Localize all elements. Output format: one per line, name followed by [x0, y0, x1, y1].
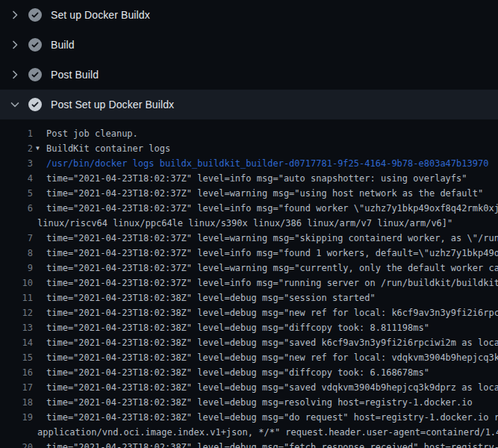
log-text: time="2021-04-23T18:02:38Z" level=debug …	[46, 352, 498, 363]
line-number[interactable]: 5	[0, 188, 33, 199]
log-row: 17time="2021-04-23T18:02:38Z" level=debu…	[0, 380, 498, 395]
log-text: time="2021-04-23T18:02:38Z" level=debug …	[46, 382, 498, 393]
log-row: 5time="2021-04-23T18:02:37Z" level=warni…	[0, 186, 498, 201]
log-row: 14time="2021-04-23T18:02:38Z" level=debu…	[0, 335, 498, 350]
check-circle-icon	[28, 98, 42, 111]
chevron-down-icon	[9, 99, 21, 111]
log-row: 3/usr/bin/docker logs buildx_buildkit_bu…	[0, 156, 498, 171]
log-row: 18time="2021-04-23T18:02:38Z" level=debu…	[0, 395, 498, 410]
log-text: application/vnd.oci.image.index.v1+json,…	[37, 427, 498, 438]
command-text: /usr/bin/docker logs buildx_buildkit_bui…	[46, 158, 488, 169]
line-number[interactable]: 8	[0, 248, 33, 258]
log-text: time="2021-04-23T18:02:37Z" level=info m…	[46, 278, 498, 288]
log-row: 11time="2021-04-23T18:02:38Z" level=debu…	[0, 290, 498, 305]
line-number[interactable]: 18	[0, 397, 33, 408]
line-number[interactable]: 15	[0, 352, 33, 363]
log-text: time="2021-04-23T18:02:38Z" level=debug …	[46, 442, 498, 448]
log-text: time="2021-04-23T18:02:37Z" level=info m…	[46, 173, 467, 184]
log-row: 15time="2021-04-23T18:02:38Z" level=debu…	[0, 350, 498, 365]
log-text: time="2021-04-23T18:02:37Z" level=warnin…	[46, 263, 498, 273]
log-text: time="2021-04-23T18:02:38Z" level=debug …	[46, 308, 498, 318]
log-row: 8time="2021-04-23T18:02:37Z" level=info …	[0, 246, 498, 261]
actions-log-viewer: Set up Docker BuildxBuildPost BuildPost …	[0, 0, 498, 448]
line-number[interactable]: 20	[0, 442, 33, 448]
check-circle-icon	[28, 68, 42, 81]
line-number[interactable]: 10	[0, 278, 33, 288]
log-row: 6time="2021-04-23T18:02:37Z" level=info …	[0, 201, 498, 216]
log-text: linux/riscv64 linux/ppc64le linux/s390x …	[37, 218, 452, 228]
log-text: time="2021-04-23T18:02:38Z" level=debug …	[46, 397, 473, 408]
line-number[interactable]: 7	[0, 233, 33, 243]
collapse-triangle-icon[interactable]: ▼	[36, 146, 40, 152]
chevron-right-icon	[9, 69, 21, 81]
line-number[interactable]: 13	[0, 323, 33, 333]
line-number[interactable]: 2	[0, 143, 33, 154]
log-text: time="2021-04-23T18:02:38Z" level=debug …	[46, 337, 498, 348]
log-text: time="2021-04-23T18:02:37Z" level=warnin…	[46, 233, 498, 243]
chevron-right-icon	[9, 39, 21, 51]
log-row: 12time="2021-04-23T18:02:38Z" level=debu…	[0, 305, 498, 320]
log-text: time="2021-04-23T18:02:38Z" level=debug …	[46, 367, 429, 378]
line-number[interactable]: 19	[0, 412, 33, 423]
line-number[interactable]: 11	[0, 293, 33, 303]
log-row: 1Post job cleanup.	[0, 126, 498, 141]
step-header-post-build[interactable]: Post Build	[0, 60, 498, 90]
step-label: Set up Docker Buildx	[51, 9, 150, 21]
log-row: 9time="2021-04-23T18:02:37Z" level=warni…	[0, 261, 498, 276]
log-row: 13time="2021-04-23T18:02:38Z" level=debu…	[0, 320, 498, 335]
log-text: time="2021-04-23T18:02:38Z" level=debug …	[46, 412, 498, 423]
log-row: 20time="2021-04-23T18:02:38Z" level=debu…	[0, 440, 498, 448]
log-text: Post job cleanup.	[46, 128, 138, 139]
log-viewer: 1Post job cleanup.2▼BuildKit container l…	[0, 119, 498, 448]
step-header-build[interactable]: Build	[0, 30, 498, 60]
step-header-post-set-up-docker-buildx[interactable]: Post Set up Docker Buildx	[0, 90, 498, 119]
log-row: 4time="2021-04-23T18:02:37Z" level=info …	[0, 171, 498, 186]
step-label: Post Build	[51, 69, 99, 81]
line-number[interactable]: 17	[0, 382, 33, 393]
log-text: time="2021-04-23T18:02:38Z" level=debug …	[46, 323, 429, 333]
line-number[interactable]: 9	[0, 263, 33, 273]
step-label: Build	[51, 39, 75, 51]
line-number[interactable]: 12	[0, 308, 33, 318]
step-header-set-up-docker-buildx[interactable]: Set up Docker Buildx	[0, 0, 498, 30]
log-text: time="2021-04-23T18:02:38Z" level=debug …	[46, 293, 376, 303]
log-row: 2▼BuildKit container logs	[0, 141, 498, 156]
line-number[interactable]: 6	[0, 203, 33, 214]
line-number[interactable]: 1	[0, 128, 33, 139]
log-group-title[interactable]: BuildKit container logs	[46, 143, 170, 154]
steps-list: Set up Docker BuildxBuildPost BuildPost …	[0, 0, 498, 119]
log-row: 7time="2021-04-23T18:02:37Z" level=warni…	[0, 231, 498, 246]
log-row: linux/riscv64 linux/ppc64le linux/s390x …	[0, 216, 498, 231]
step-label: Post Set up Docker Buildx	[51, 99, 174, 111]
chevron-right-icon	[9, 9, 21, 21]
check-circle-icon	[28, 38, 42, 52]
log-text: time="2021-04-23T18:02:37Z" level=warnin…	[46, 188, 483, 199]
line-number[interactable]: 4	[0, 173, 33, 184]
line-number[interactable]: 16	[0, 367, 33, 378]
line-number[interactable]: 3	[0, 158, 33, 169]
log-text: time="2021-04-23T18:02:37Z" level=info m…	[46, 248, 498, 258]
log-row: 10time="2021-04-23T18:02:37Z" level=info…	[0, 276, 498, 290]
log-text: time="2021-04-23T18:02:37Z" level=info m…	[46, 203, 498, 214]
log-row: application/vnd.oci.image.index.v1+json,…	[0, 425, 498, 440]
line-number[interactable]: 14	[0, 337, 33, 348]
log-row: 16time="2021-04-23T18:02:38Z" level=debu…	[0, 365, 498, 380]
check-circle-icon	[28, 8, 42, 22]
log-row: 19time="2021-04-23T18:02:38Z" level=debu…	[0, 410, 498, 425]
